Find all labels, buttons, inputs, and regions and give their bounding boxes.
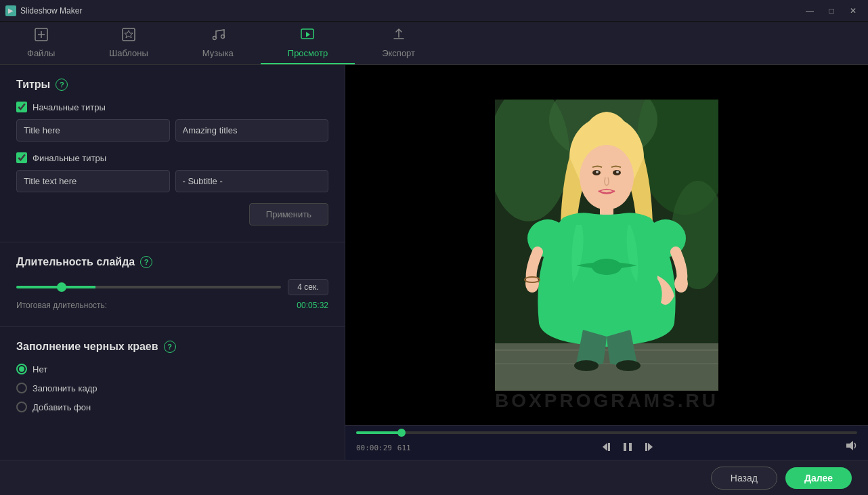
back-button[interactable]: Назад bbox=[711, 467, 777, 490]
fill-bg-row[interactable]: Добавить фон bbox=[16, 402, 328, 412]
slider-value: 4 сек. bbox=[288, 279, 328, 295]
svg-point-25 bbox=[592, 259, 622, 275]
closing-titles-checkbox[interactable] bbox=[16, 152, 27, 163]
svg-rect-34 bbox=[608, 443, 610, 451]
tab-preview[interactable]: Просмотр bbox=[261, 22, 355, 64]
opening-titles-checkbox[interactable] bbox=[16, 102, 27, 112]
svg-point-30 bbox=[574, 360, 599, 371]
divider-2 bbox=[0, 326, 345, 327]
duration-section: Длительность слайда ? 4 сек. Итоговая дл… bbox=[16, 256, 328, 310]
fill-none-row[interactable]: Нет bbox=[16, 364, 328, 374]
close-button[interactable]: ✕ bbox=[844, 3, 863, 19]
svg-point-29 bbox=[674, 275, 688, 293]
nav-tabs: Файлы Шаблоны Музыка Просмотр bbox=[0, 22, 868, 65]
app-icon: ▶ bbox=[5, 5, 16, 16]
time-display: 00:00:29 611 bbox=[356, 442, 411, 452]
titles-section-header: Титры ? bbox=[16, 79, 328, 91]
svg-point-21 bbox=[596, 171, 599, 173]
preview-icon bbox=[300, 27, 315, 45]
tab-files-label: Файлы bbox=[27, 48, 55, 58]
divider-1 bbox=[0, 242, 345, 242]
right-panel: BOXPROGRAMS.RU 00:00:29 611 bbox=[345, 65, 868, 460]
duration-slider[interactable] bbox=[16, 286, 281, 288]
svg-marker-8 bbox=[306, 32, 310, 37]
opening-subtitle-input[interactable] bbox=[175, 119, 329, 142]
apply-button[interactable]: Применить bbox=[249, 203, 328, 225]
progress-bar[interactable] bbox=[356, 431, 857, 434]
fill-bg-label: Добавить фон bbox=[32, 402, 91, 412]
volume-icon[interactable] bbox=[845, 439, 857, 454]
fill-radio-group: Нет Заполнить кадр Добавить фон bbox=[16, 364, 328, 412]
fill-frame-label: Заполнить кадр bbox=[32, 383, 97, 393]
progress-thumb bbox=[397, 429, 406, 437]
duration-title: Длительность слайда bbox=[16, 256, 135, 268]
fill-none-label: Нет bbox=[32, 364, 47, 374]
tab-files[interactable]: Файлы bbox=[0, 22, 82, 64]
fill-frame-radio[interactable] bbox=[16, 383, 27, 393]
opening-titles-row: Начальные титры bbox=[16, 102, 328, 112]
preview-area: BOXPROGRAMS.RU bbox=[345, 65, 868, 425]
tab-templates-label: Шаблоны bbox=[109, 48, 148, 58]
apply-button-wrap: Применить bbox=[16, 203, 328, 225]
duration-help-icon[interactable]: ? bbox=[140, 256, 152, 268]
bottom-bar: Назад Далее bbox=[0, 460, 868, 495]
closing-title-input[interactable] bbox=[16, 170, 170, 192]
step-back-button[interactable] bbox=[601, 441, 613, 453]
next-button[interactable]: Далее bbox=[785, 467, 852, 489]
svg-marker-4 bbox=[125, 30, 133, 38]
opening-title-input[interactable] bbox=[16, 119, 170, 142]
duration-row: Итоговая длительность: 00:05:32 bbox=[16, 301, 328, 310]
controls-row: 00:00:29 611 bbox=[356, 439, 857, 454]
main-content: Титры ? Начальные титры Финальные титры … bbox=[0, 65, 868, 460]
minimize-button[interactable]: — bbox=[800, 3, 819, 19]
opening-titles-label: Начальные титры bbox=[32, 102, 106, 112]
svg-point-22 bbox=[616, 171, 619, 173]
svg-marker-37 bbox=[648, 443, 653, 451]
export-icon bbox=[391, 27, 406, 45]
templates-icon bbox=[121, 27, 136, 45]
watermark: BOXPROGRAMS.RU bbox=[495, 390, 718, 412]
fill-none-radio[interactable] bbox=[16, 364, 27, 374]
svg-rect-36 bbox=[629, 443, 632, 451]
slider-row: 4 сек. bbox=[16, 279, 328, 295]
app-title: Slideshow Maker bbox=[20, 6, 82, 16]
svg-rect-38 bbox=[645, 443, 647, 451]
fill-header: Заполнение черных краев ? bbox=[16, 341, 328, 353]
svg-rect-35 bbox=[624, 443, 626, 451]
frame-number: 611 bbox=[397, 444, 411, 452]
tab-export-label: Экспорт bbox=[382, 48, 415, 58]
fill-title: Заполнение черных краев bbox=[16, 341, 158, 353]
preview-image bbox=[495, 100, 718, 391]
maximize-button[interactable]: □ bbox=[822, 3, 841, 19]
titles-section-title: Титры bbox=[16, 79, 50, 91]
fill-frame-row[interactable]: Заполнить кадр bbox=[16, 383, 328, 393]
duration-value: 00:05:32 bbox=[297, 301, 328, 310]
left-panel: Титры ? Начальные титры Финальные титры … bbox=[0, 65, 345, 460]
fill-help-icon[interactable]: ? bbox=[164, 341, 176, 353]
fill-section: Заполнение черных краев ? Нет Заполнить … bbox=[16, 341, 328, 412]
titles-help-icon[interactable]: ? bbox=[56, 79, 68, 91]
fill-bg-radio[interactable] bbox=[16, 402, 27, 412]
tab-export[interactable]: Экспорт bbox=[355, 22, 442, 64]
tab-templates[interactable]: Шаблоны bbox=[82, 22, 175, 64]
duration-header: Длительность слайда ? bbox=[16, 256, 328, 268]
closing-titles-row: Финальные титры bbox=[16, 152, 328, 163]
step-forward-button[interactable] bbox=[642, 441, 654, 453]
svg-point-31 bbox=[616, 360, 641, 371]
duration-label: Итоговая длительность: bbox=[16, 301, 107, 310]
closing-subtitle-input[interactable] bbox=[175, 170, 329, 192]
svg-point-6 bbox=[221, 35, 224, 38]
tab-music[interactable]: Музыка bbox=[175, 22, 261, 64]
progress-fill bbox=[356, 431, 402, 434]
svg-point-5 bbox=[213, 36, 216, 39]
player-bar: 00:00:29 611 bbox=[345, 425, 868, 460]
opening-titles-inputs bbox=[16, 119, 328, 142]
music-icon bbox=[211, 27, 225, 45]
tab-preview-label: Просмотр bbox=[288, 48, 328, 58]
closing-titles-inputs bbox=[16, 170, 328, 192]
svg-point-18 bbox=[580, 145, 634, 210]
titlebar-left: ▶ Slideshow Maker bbox=[5, 5, 82, 16]
titlebar: ▶ Slideshow Maker — □ ✕ bbox=[0, 0, 868, 22]
pause-button[interactable] bbox=[622, 441, 634, 453]
titlebar-controls: — □ ✕ bbox=[800, 3, 863, 19]
